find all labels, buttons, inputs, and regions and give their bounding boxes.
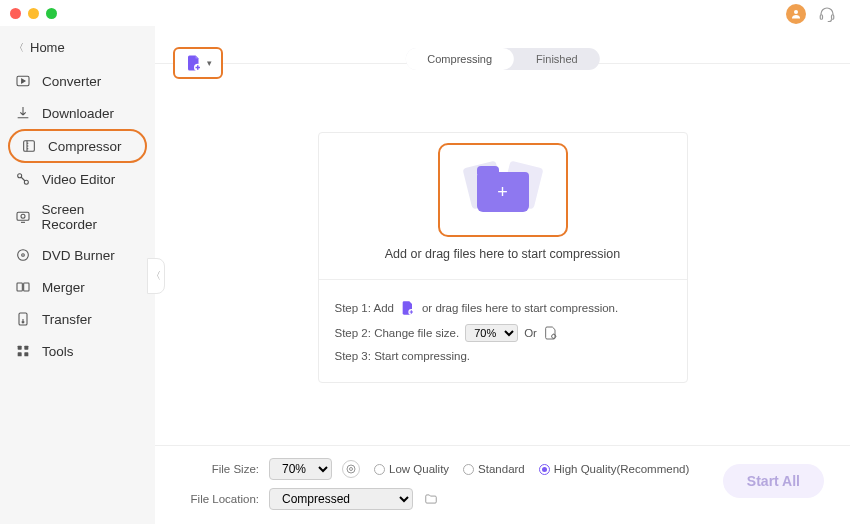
sidebar-item-screen-recorder[interactable]: Screen Recorder (0, 195, 155, 239)
svg-rect-1 (820, 15, 822, 20)
converter-icon (14, 72, 32, 90)
chevron-left-icon: 〈 (14, 41, 24, 55)
svg-point-21 (347, 465, 355, 473)
open-folder-icon[interactable] (423, 492, 439, 506)
tab-finished[interactable]: Finished (514, 48, 600, 70)
svg-point-9 (18, 250, 29, 261)
file-plus-icon[interactable] (400, 300, 416, 316)
step3-text: Step 3: Start compressing. (335, 350, 471, 362)
quality-high[interactable]: High Quality(Recommend) (539, 463, 690, 475)
sidebar-item-label: Tools (42, 344, 74, 359)
svg-rect-4 (24, 141, 35, 152)
dropzone[interactable]: + (438, 143, 568, 237)
svg-rect-2 (832, 15, 834, 20)
step1-suffix: or drag files here to start compression. (422, 302, 618, 314)
start-all-button[interactable]: Start All (723, 464, 824, 498)
sidebar: 〈 Home Converter Downloader Compressor V… (0, 26, 155, 524)
downloader-icon (14, 104, 32, 122)
footer: File Size: 70% Low Quality Standard High… (155, 445, 850, 524)
sidebar-item-compressor[interactable]: Compressor (8, 129, 147, 163)
sidebar-item-label: Converter (42, 74, 101, 89)
minimize-window-button[interactable] (28, 8, 39, 19)
preview-settings-button[interactable] (342, 460, 360, 478)
quality-standard[interactable]: Standard (463, 463, 525, 475)
home-label: Home (30, 40, 65, 55)
sidebar-item-transfer[interactable]: Transfer (0, 303, 155, 335)
quality-low[interactable]: Low Quality (374, 463, 449, 475)
step2-size-select[interactable]: 70% (465, 324, 518, 342)
quality-radios: Low Quality Standard High Quality(Recomm… (374, 463, 689, 475)
main-panel: ▾ Compressing Finished + (155, 26, 850, 524)
svg-rect-15 (24, 346, 28, 350)
sidebar-item-label: Downloader (42, 106, 114, 121)
folder-plus-icon: + (463, 162, 543, 218)
status-tabs: Compressing Finished (405, 48, 599, 70)
svg-rect-7 (17, 212, 29, 220)
svg-point-0 (794, 10, 798, 14)
step-1: Step 1: Add or drag files here to start … (335, 300, 671, 316)
step1-prefix: Step 1: Add (335, 302, 394, 314)
home-link[interactable]: 〈 Home (0, 36, 155, 65)
sidebar-item-merger[interactable]: Merger (0, 271, 155, 303)
dropzone-caption: Add or drag files here to start compress… (319, 247, 687, 261)
user-avatar[interactable] (786, 4, 806, 24)
svg-rect-12 (24, 283, 29, 291)
sidebar-item-video-editor[interactable]: Video Editor (0, 163, 155, 195)
add-file-button[interactable]: ▾ (173, 47, 223, 79)
merger-icon (14, 278, 32, 296)
sidebar-item-downloader[interactable]: Downloader (0, 97, 155, 129)
sidebar-collapse-toggle[interactable]: 〈 (147, 258, 165, 294)
screen-recorder-icon (14, 208, 32, 226)
svg-point-8 (21, 214, 25, 218)
video-editor-icon (14, 170, 32, 188)
close-window-button[interactable] (10, 8, 21, 19)
file-location-label: File Location: (177, 493, 259, 505)
window-titlebar (0, 0, 850, 26)
sidebar-item-dvd-burner[interactable]: DVD Burner (0, 239, 155, 271)
tools-icon (14, 342, 32, 360)
file-settings-icon[interactable] (543, 325, 559, 341)
steps-panel: Step 1: Add or drag files here to start … (319, 279, 687, 382)
sidebar-item-label: Video Editor (42, 172, 115, 187)
step-3: Step 3: Start compressing. (335, 350, 671, 362)
zoom-window-button[interactable] (46, 8, 57, 19)
support-icon[interactable] (818, 5, 836, 23)
file-size-label: File Size: (177, 463, 259, 475)
sidebar-item-label: DVD Burner (42, 248, 115, 263)
sidebar-item-label: Screen Recorder (42, 202, 141, 232)
tab-compressing[interactable]: Compressing (405, 48, 514, 70)
workspace: + Add or drag files here to start compre… (155, 64, 850, 445)
file-plus-icon (185, 54, 203, 72)
drop-card: + Add or drag files here to start compre… (318, 132, 688, 383)
sidebar-item-converter[interactable]: Converter (0, 65, 155, 97)
svg-rect-17 (24, 352, 28, 356)
file-size-select[interactable]: 70% (269, 458, 332, 480)
traffic-lights (10, 8, 57, 19)
sidebar-item-label: Transfer (42, 312, 92, 327)
svg-rect-14 (18, 346, 22, 350)
dvd-burner-icon (14, 246, 32, 264)
svg-rect-16 (18, 352, 22, 356)
compressor-icon (20, 137, 38, 155)
svg-point-10 (22, 254, 25, 257)
caret-down-icon: ▾ (207, 58, 212, 68)
svg-rect-11 (17, 283, 22, 291)
toolbar: ▾ Compressing Finished (155, 26, 850, 64)
file-location-select[interactable]: Compressed (269, 488, 413, 510)
transfer-icon (14, 310, 32, 328)
sidebar-item-tools[interactable]: Tools (0, 335, 155, 367)
step-2: Step 2: Change file size. 70% Or (335, 324, 671, 342)
sidebar-item-label: Merger (42, 280, 85, 295)
step2-prefix: Step 2: Change file size. (335, 327, 460, 339)
step2-or: Or (524, 327, 537, 339)
svg-point-22 (350, 468, 353, 471)
sidebar-item-label: Compressor (48, 139, 122, 154)
